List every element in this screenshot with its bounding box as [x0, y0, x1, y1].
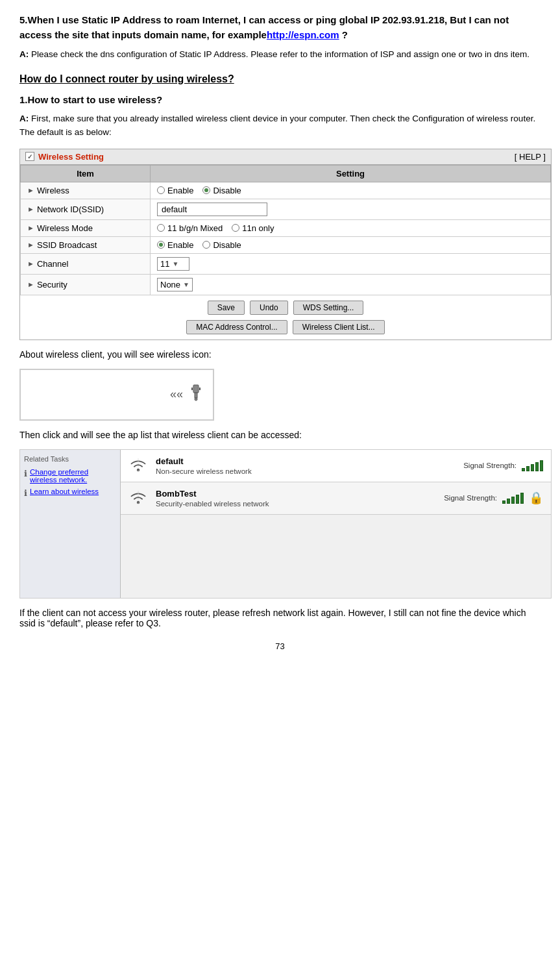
ap-network-item-1[interactable]: default Non-secure wireless network Sign…	[121, 450, 551, 482]
radio-label-0-0: Enable	[167, 186, 193, 195]
arrow-icon-0: ►	[27, 186, 34, 194]
ap-list-text-para: Then click and will see the ap list that…	[19, 430, 541, 440]
ap-signal-label-1: Signal Strength:	[463, 462, 517, 469]
ws-row-item-2: ►Wireless Mode	[21, 219, 151, 236]
ws-help-link[interactable]: [ HELP ]	[515, 152, 546, 162]
ws-row-item-0: ►Wireless	[21, 182, 151, 199]
item-label-1: Network ID(SSID)	[37, 204, 104, 214]
ws-btn-row1-2[interactable]: WDS Setting...	[293, 301, 364, 315]
radio-circle-2-1	[232, 224, 239, 232]
ap-sidebar-icon-1: ℹ	[24, 469, 27, 478]
ws-row-item-3: ►SSID Broadcast	[21, 236, 151, 253]
lock-icon: 🔒	[529, 491, 543, 505]
question-5-answer: A: Please check the dns configuration of…	[19, 47, 541, 62]
bar2-2	[507, 499, 510, 504]
radio-item-3-0[interactable]: Enable	[157, 240, 193, 250]
ws-header-left: ✓ Wireless Setting	[25, 152, 104, 162]
arrow-icon-4: ►	[27, 260, 34, 267]
question-5-link[interactable]: http://espn.com	[267, 29, 339, 40]
q5-answer-body: Please check the dns configuration of St…	[31, 49, 530, 59]
bar-4	[535, 462, 539, 471]
svg-point-2	[195, 398, 197, 401]
select-4[interactable]: 11▼	[157, 257, 189, 271]
ap-sidebar-link-2[interactable]: Learn about wireless	[30, 488, 99, 495]
wifi-plug-icon	[187, 384, 205, 406]
svg-rect-0	[193, 385, 199, 393]
ap-network-info-1: default Non-secure wireless network	[156, 456, 456, 475]
signal-bars-2	[502, 492, 524, 504]
radio-item-2-0[interactable]: 11 b/g/n Mixed	[157, 223, 223, 233]
svg-rect-1	[195, 393, 197, 398]
ws-row-setting-2: 11 b/g/n Mixed11n only	[151, 219, 551, 236]
select-arrow-4: ▼	[172, 260, 178, 267]
col-setting: Setting	[151, 165, 551, 182]
arrow-icon-3: ►	[27, 241, 34, 249]
arrow-icon-5: ►	[27, 280, 34, 288]
bar-3	[531, 464, 534, 471]
bar2-3	[511, 497, 515, 504]
question-1-block: 1.How to start to use wireless? A: First…	[19, 94, 541, 140]
radio-label-3-1: Disable	[213, 240, 241, 250]
ws-row-setting-3: EnableDisable	[151, 236, 551, 253]
ap-wifi-icon-1	[128, 456, 148, 475]
item-label-4: Channel	[37, 259, 68, 269]
select-arrow-5: ▼	[183, 281, 189, 288]
question-5-title-text: 5.When I use Static IP Address to roam I…	[19, 14, 509, 40]
ap-sidebar-item-1: ℹ Change preferred wireless network.	[24, 468, 116, 484]
ap-signal-group-1: Signal Strength:	[463, 460, 543, 471]
double-arrow-icon: ««	[170, 388, 183, 401]
ap-main: default Non-secure wireless network Sign…	[121, 450, 551, 598]
ws-btn-row2-0[interactable]: MAC Address Control...	[186, 320, 287, 334]
ws-row-item-4: ►Channel	[21, 253, 151, 274]
radio-circle-2-0	[157, 224, 165, 232]
ws-btn-row-2: MAC Address Control...Wireless Client Li…	[186, 320, 384, 334]
ap-network-name-2: BombTest	[156, 489, 436, 499]
radio-label-3-0: Enable	[167, 240, 193, 250]
q5-answer-label: A:	[19, 49, 29, 59]
ap-network-info-2: BombTest Security-enabled wireless netwo…	[156, 489, 436, 508]
ws-row-setting-1	[151, 199, 551, 219]
radio-item-2-1[interactable]: 11n only	[232, 223, 274, 233]
radio-circle-3-0	[157, 241, 165, 249]
select-5[interactable]: None▼	[157, 278, 193, 291]
ap-signal-group-2: Signal Strength: 🔒	[444, 491, 543, 505]
ws-header: ✓ Wireless Setting [ HELP ]	[20, 149, 551, 165]
bar2-4	[516, 495, 519, 504]
ws-checkbox[interactable]: ✓	[25, 152, 34, 161]
ap-sidebar-icon-2: ℹ	[24, 488, 27, 498]
bar2-5	[520, 493, 524, 504]
ap-list-image: Related Tasks ℹ Change preferred wireles…	[19, 449, 552, 599]
page-number: 73	[19, 641, 541, 651]
q1-answer-label: A:	[19, 114, 29, 123]
ws-btn-row1-0[interactable]: Save	[208, 301, 245, 315]
ws-btn-row2-1[interactable]: Wireless Client List...	[293, 320, 385, 334]
ap-network-type-1: Non-secure wireless network	[156, 467, 456, 475]
bar-2	[526, 466, 530, 471]
arrow-icon-1: ►	[27, 205, 34, 213]
question-5-block: 5.When I use Static IP Address to roam I…	[19, 13, 541, 62]
ws-row-setting-5: None▼	[151, 274, 551, 295]
radio-label-2-0: 11 b/g/n Mixed	[167, 223, 223, 233]
radio-item-3-1[interactable]: Disable	[202, 240, 241, 250]
item-label-5: Security	[37, 280, 67, 290]
conclusion-text: If the client can not access your wirele…	[19, 608, 526, 628]
text-input-1[interactable]	[157, 203, 267, 216]
item-label-2: Wireless Mode	[37, 223, 93, 233]
wireless-setting-box: ✓ Wireless Setting [ HELP ] Item Setting…	[19, 149, 552, 340]
q1-answer-body: First, make sure that you already instal…	[19, 114, 535, 138]
select-value-5: None	[160, 280, 180, 290]
radio-item-0-1[interactable]: Disable	[202, 186, 241, 195]
radio-label-2-1: 11n only	[242, 223, 274, 233]
ws-row-item-1: ►Network ID(SSID)	[21, 199, 151, 219]
conclusion-para: If the client can not access your wirele…	[19, 608, 541, 628]
ap-network-item-2[interactable]: BombTest Security-enabled wireless netwo…	[121, 482, 551, 515]
ap-signal-label-2: Signal Strength:	[444, 494, 497, 502]
ap-list-text: Then click and will see the ap list that…	[19, 430, 302, 440]
ap-network-type-2: Security-enabled wireless network	[156, 500, 436, 508]
ap-sidebar-link-1[interactable]: Change preferred wireless network.	[30, 468, 116, 484]
ws-btn-row1-1[interactable]: Undo	[250, 301, 288, 315]
question-1-answer: A: First, make sure that you already ins…	[19, 112, 541, 140]
question-5-title-end: ?	[339, 29, 348, 40]
radio-item-0-0[interactable]: Enable	[157, 186, 193, 195]
item-label-3: SSID Broadcast	[37, 240, 97, 250]
